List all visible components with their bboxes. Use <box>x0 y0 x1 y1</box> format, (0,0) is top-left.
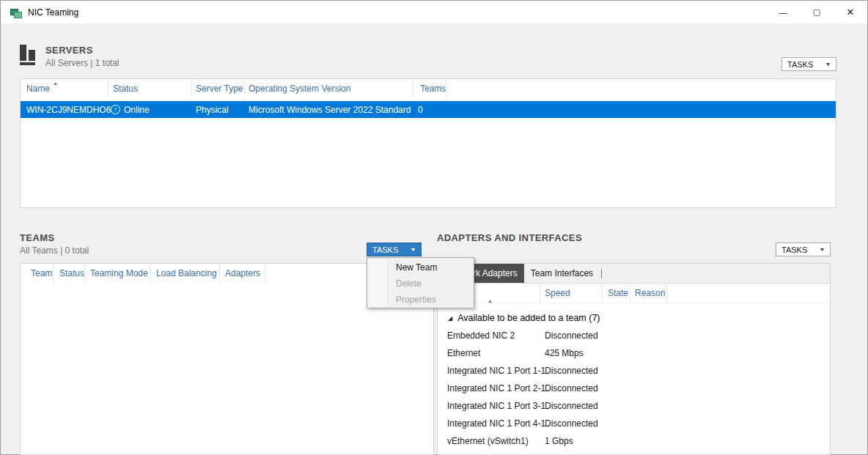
adapter-row[interactable]: Integrated NIC 1 Port 2-1 Disconnected <box>438 380 830 397</box>
servers-tasks-label: TASKS <box>787 60 813 69</box>
adapter-row[interactable]: Ethernet 425 Mbps <box>438 344 830 362</box>
teams-col-adapters[interactable]: Adapters <box>220 264 265 283</box>
adapter-name: Integrated NIC 1 Port 2-1 <box>438 383 540 393</box>
servers-table-header: Name ▲ Status Server Type Operating Syst… <box>21 79 836 98</box>
server-status-cell: ↑ Online <box>108 105 192 115</box>
adapter-speed: 425 Mbps <box>540 348 584 358</box>
teams-tasks-button[interactable]: TASKS ▼ <box>367 243 422 256</box>
servers-subtitle: All Servers | 1 total <box>45 58 119 68</box>
adapters-tasks-button[interactable]: TASKS ▼ <box>776 243 831 256</box>
adapters-tasks-label: TASKS <box>781 245 807 254</box>
servers-tasks-button[interactable]: TASKS ▼ <box>781 57 836 71</box>
title-bar: NIC Teaming — ▢ ✕ <box>1 1 867 23</box>
server-row-selected[interactable]: WIN-2CJ9NEMDHO6 ↑ Online Physical Micros… <box>21 101 836 118</box>
adapter-name: Embedded NIC 2 <box>438 330 540 341</box>
teams-col-status[interactable]: Status <box>54 264 85 283</box>
chevron-down-icon: ▼ <box>825 62 831 67</box>
adapters-group-row[interactable]: ◢ Available to be added to a team (7) <box>438 309 830 327</box>
server-teams-count: 0 <box>415 105 423 115</box>
servers-heading: SERVERS <box>45 45 119 56</box>
status-up-icon: ↑ <box>111 105 120 114</box>
adapter-name: Ethernet <box>438 348 540 358</box>
server-os-version: Microsoft Windows Server 2022 Standard <box>245 105 415 115</box>
server-status: Online <box>124 105 150 115</box>
adapters-heading: ADAPTERS AND INTERFACES <box>437 232 582 243</box>
adapters-panel: Network Adapters Team Interfaces ▲ Speed… <box>437 263 831 455</box>
adapters-table-header: ▲ Speed State Reason <box>438 284 830 303</box>
servers-section-header: SERVERS All Servers | 1 total <box>20 45 119 68</box>
teams-col-load-balancing[interactable]: Load Balancing <box>151 264 220 283</box>
adapters-col-state[interactable]: State <box>603 284 630 303</box>
server-name: WIN-2CJ9NEMDHO6 <box>21 105 108 115</box>
teams-col-team[interactable]: Team <box>21 264 54 283</box>
menu-item-new-team[interactable]: New Team <box>367 259 474 275</box>
adapter-speed: 1 Gbps <box>540 436 573 446</box>
teams-tasks-label: TASKS <box>372 245 398 254</box>
nic-teaming-window: NIC Teaming — ▢ ✕ SERVERS All Servers | … <box>0 0 868 455</box>
adapters-col-speed[interactable]: Speed <box>540 284 603 303</box>
servers-col-server-type[interactable]: Server Type <box>192 79 245 98</box>
servers-col-os-version[interactable]: Operating System Version <box>245 79 413 98</box>
app-icon <box>10 7 22 18</box>
menu-item-delete: Delete <box>367 275 474 292</box>
adapters-tabbar: Network Adapters Team Interfaces <box>438 264 830 284</box>
teams-tasks-menu: New Team Delete Properties <box>367 257 474 308</box>
servers-col-name[interactable]: Name ▲ <box>21 79 108 98</box>
teams-section-header: TEAMS All Teams | 0 total <box>20 232 89 256</box>
minimize-icon[interactable]: — <box>766 1 800 23</box>
menu-item-properties: Properties <box>367 292 474 308</box>
sort-asc-icon: ▲ <box>53 74 58 93</box>
adapter-speed: Disconnected <box>540 330 598 341</box>
chevron-down-icon: ▼ <box>819 247 825 252</box>
window-title: NIC Teaming <box>28 7 78 18</box>
adapter-row[interactable]: Integrated NIC 1 Port 1-1 Disconnected <box>438 362 830 380</box>
servers-col-teams[interactable]: Teams <box>413 79 447 98</box>
teams-col-teaming-mode[interactable]: Teaming Mode <box>85 264 151 283</box>
adapter-row[interactable]: Integrated NIC 1 Port 4-1 Disconnected <box>438 415 830 432</box>
group-label: Available to be added to a team (7) <box>457 313 600 323</box>
adapter-name: vEthernet (vSwitch1) <box>438 436 540 446</box>
tab-team-interfaces[interactable]: Team Interfaces <box>524 264 600 283</box>
teams-subtitle: All Teams | 0 total <box>20 245 89 256</box>
tab-divider <box>601 269 602 278</box>
adapter-name: Integrated NIC 1 Port 3-1 <box>438 401 540 411</box>
close-icon[interactable]: ✕ <box>834 1 867 23</box>
servers-col-status[interactable]: Status <box>108 79 192 98</box>
window-controls: — ▢ ✕ <box>766 1 867 23</box>
adapter-name: Integrated NIC 1 Port 1-1 <box>438 366 540 376</box>
adapters-col-reason[interactable]: Reason <box>630 284 667 303</box>
teams-heading: TEAMS <box>20 232 89 243</box>
server-type: Physical <box>192 105 245 115</box>
sort-asc-icon: ▲ <box>488 291 493 311</box>
adapter-speed: Disconnected <box>540 418 598 429</box>
chevron-down-icon: ▼ <box>410 247 416 252</box>
servers-table: Name ▲ Status Server Type Operating Syst… <box>20 78 836 208</box>
servers-icon <box>20 45 37 65</box>
adapter-speed: Disconnected <box>540 401 598 411</box>
adapter-row[interactable]: Embedded NIC 2 Disconnected <box>438 327 830 344</box>
adapter-row[interactable]: Integrated NIC 1 Port 3-1 Disconnected <box>438 397 830 415</box>
adapter-name: Integrated NIC 1 Port 4-1 <box>438 418 540 429</box>
adapter-speed: Disconnected <box>540 383 598 393</box>
group-expanded-icon: ◢ <box>448 315 452 322</box>
adapter-row[interactable]: vEthernet (vSwitch1) 1 Gbps <box>438 432 830 450</box>
adapter-speed: Disconnected <box>540 366 598 376</box>
maximize-icon[interactable]: ▢ <box>800 1 834 23</box>
